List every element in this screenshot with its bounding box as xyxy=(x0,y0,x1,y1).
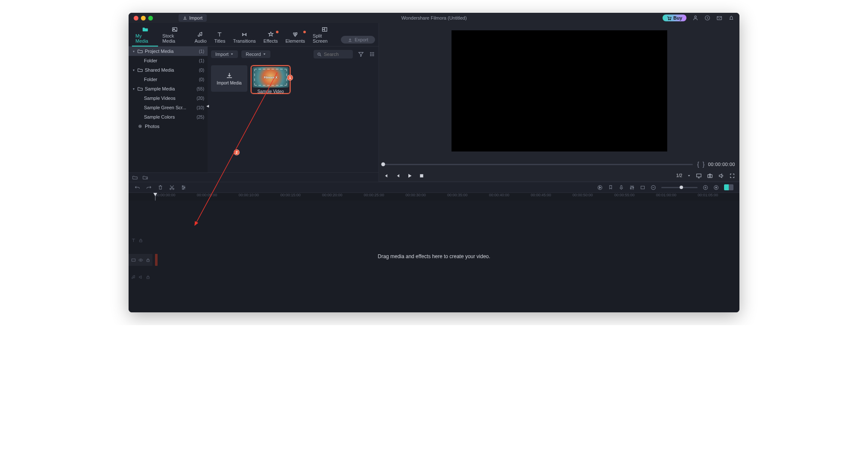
tree-item[interactable]: Sample Videos(20) xyxy=(129,93,208,103)
track-header-video[interactable] xyxy=(129,254,152,266)
grid-view-icon[interactable] xyxy=(369,51,375,57)
cut-icon[interactable] xyxy=(169,185,175,190)
maximize-window-icon[interactable] xyxy=(148,16,153,20)
track-header-text[interactable] xyxy=(129,238,152,243)
import-tile-label: Import Media xyxy=(217,81,241,85)
tree-item[interactable]: ▾Sample Media(55) xyxy=(129,84,208,93)
new-folder-icon[interactable] xyxy=(132,175,138,180)
voiceover-icon[interactable] xyxy=(619,185,624,190)
tab-my-media[interactable]: My Media xyxy=(132,26,158,46)
tree-collapse-handle[interactable]: ◀ xyxy=(206,104,209,108)
tree-item[interactable]: ▾Project Media(1) xyxy=(129,47,208,56)
record-dropdown[interactable]: Record xyxy=(241,50,270,58)
export-button[interactable]: Export xyxy=(341,36,375,44)
import-button[interactable]: Import xyxy=(179,14,207,22)
eye-icon xyxy=(138,258,143,262)
track-size-toggle[interactable] xyxy=(724,184,733,190)
volume-icon[interactable] xyxy=(718,173,724,179)
tab-stock-media[interactable]: Stock Media xyxy=(159,26,190,46)
timeline-clip-stub[interactable] xyxy=(155,254,158,266)
step-back-icon[interactable] xyxy=(383,173,388,178)
preview-screen[interactable] xyxy=(452,30,667,151)
close-window-icon[interactable] xyxy=(134,16,138,20)
display-icon[interactable] xyxy=(696,173,702,179)
tree-count: (55) xyxy=(196,87,204,91)
crop-icon[interactable] xyxy=(640,185,645,190)
import-dropdown[interactable]: Import xyxy=(211,50,238,58)
mail-icon[interactable] xyxy=(716,15,722,21)
delete-icon[interactable] xyxy=(158,185,163,190)
render-icon[interactable] xyxy=(597,185,603,190)
undo-icon[interactable] xyxy=(135,185,140,190)
photos-icon xyxy=(138,124,143,128)
svg-point-43 xyxy=(140,259,141,260)
search-input[interactable] xyxy=(324,52,349,57)
svg-point-15 xyxy=(373,52,374,53)
ruler-mark: 00:01:00:00 xyxy=(656,193,698,201)
user-icon[interactable] xyxy=(692,15,698,21)
tab-titles[interactable]: Titles xyxy=(211,31,229,46)
export-label: Export xyxy=(355,37,368,42)
new-subfolder-icon[interactable] xyxy=(142,175,148,180)
tree-item[interactable]: Sample Green Scr...(10) xyxy=(129,103,208,112)
ruler-mark: 00:00:15:00 xyxy=(280,193,322,201)
tree-item[interactable]: Folder(0) xyxy=(129,75,208,84)
play-icon[interactable] xyxy=(407,173,412,178)
zoom-plus-icon[interactable] xyxy=(703,185,708,190)
timeline-body[interactable]: Drag media and effects here to create yo… xyxy=(129,201,739,312)
tab-audio[interactable]: Audio xyxy=(191,31,210,46)
chevron-down-icon: ▾ xyxy=(132,87,135,91)
redo-icon[interactable] xyxy=(146,185,152,190)
tab-label: Stock Media xyxy=(162,33,187,44)
tree-item[interactable]: ▾Shared Media(0) xyxy=(129,65,208,75)
app-window: Import Wondershare Filmora (Untitled) Bu… xyxy=(129,13,739,312)
zoom-minus-icon[interactable] xyxy=(651,185,656,190)
mixer-icon[interactable] xyxy=(629,185,635,190)
tab-elements[interactable]: Elements xyxy=(282,31,308,46)
scrub-track[interactable] xyxy=(383,164,693,165)
tab-label: Elements xyxy=(285,38,305,44)
track-header-audio[interactable] xyxy=(129,275,152,279)
search-input-wrap xyxy=(314,50,353,58)
adjust-icon[interactable] xyxy=(181,185,186,190)
tab-label: Audio xyxy=(194,38,206,44)
zoom-slider[interactable] xyxy=(661,187,698,188)
stop-icon[interactable] xyxy=(419,173,424,178)
chevron-down-icon[interactable] xyxy=(687,174,691,178)
mark-out-icon[interactable]: } xyxy=(703,161,705,168)
media-clip-sample-video[interactable]: Sample Video 1 xyxy=(251,65,290,94)
mark-in-icon[interactable]: { xyxy=(697,161,699,168)
play-back-icon[interactable] xyxy=(395,173,400,178)
timeline-ruler[interactable]: 00:00:00:0000:00:05:0000:00:10:0000:00:1… xyxy=(129,193,739,201)
tree-item[interactable]: Sample Colors(25) xyxy=(129,112,208,122)
preview-scale[interactable]: 1/2 xyxy=(676,173,682,178)
zoom-fit-icon[interactable] xyxy=(713,185,719,190)
tree-item[interactable]: Photos xyxy=(129,122,208,131)
tree-item[interactable]: Folder(1) xyxy=(129,56,208,65)
snapshot-icon[interactable] xyxy=(707,173,713,179)
tab-effects[interactable]: Effects xyxy=(260,31,281,46)
preview-wrap xyxy=(379,23,739,159)
new-badge-icon xyxy=(303,31,306,33)
filter-icon[interactable] xyxy=(358,51,364,57)
minimize-window-icon[interactable] xyxy=(141,16,146,20)
titlebar: Import Wondershare Filmora (Untitled) Bu… xyxy=(129,13,739,23)
import-media-tile[interactable]: Import Media xyxy=(211,65,247,92)
stock-icon xyxy=(172,26,178,32)
tree-count: (10) xyxy=(196,105,204,110)
marker-icon[interactable] xyxy=(608,185,613,190)
ruler-mark: 00:00:50:00 xyxy=(572,193,614,201)
tab-transitions[interactable]: Transitions xyxy=(229,31,259,46)
lock-icon xyxy=(138,238,143,243)
buy-button[interactable]: Buy xyxy=(663,15,686,21)
svg-point-20 xyxy=(372,55,372,56)
tree-label: Sample Media xyxy=(145,86,194,91)
notification-icon[interactable] xyxy=(728,15,734,21)
tree-count: (20) xyxy=(196,96,204,101)
tree-label: Project Media xyxy=(145,49,197,54)
help-icon[interactable] xyxy=(704,15,710,21)
fullscreen-icon[interactable] xyxy=(729,173,735,179)
ruler-mark: 00:00:40:00 xyxy=(489,193,531,201)
tab-split-screen[interactable]: Split Screen xyxy=(309,26,340,46)
preview-panel: { } 00:00:00:00 1/2 xyxy=(378,23,739,182)
